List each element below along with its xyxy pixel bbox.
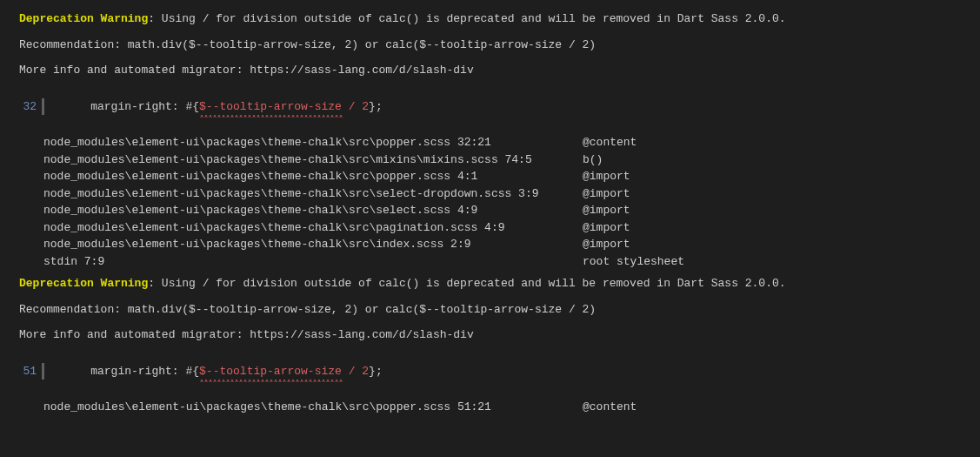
stack-trace: node_modules\element-ui\packages\theme-c… xyxy=(0,399,980,416)
trace-context: @content xyxy=(583,134,637,151)
trace-row: stdin 7:9root stylesheet xyxy=(43,253,980,271)
code-highlight: $--tooltip-arrow-size / 2^^^^^^^^^^^^^^^… xyxy=(199,363,369,380)
trace-path: node_modules\element-ui\packages\theme-c… xyxy=(43,168,583,185)
code-prefix: margin-right: #{ xyxy=(63,100,199,113)
trace-path: stdin 7:9 xyxy=(43,253,583,271)
trace-context: @import xyxy=(583,219,630,237)
trace-context: @import xyxy=(583,202,630,219)
spacer xyxy=(0,125,980,134)
gutter-border xyxy=(42,98,44,116)
trace-row: node_modules\element-ui\packages\theme-c… xyxy=(43,168,980,185)
warning-header: Deprecation Warning: Using / for divisio… xyxy=(0,275,980,292)
trace-context: root stylesheet xyxy=(583,253,684,271)
recommendation-line: Recommendation: math.div($--tooltip-arro… xyxy=(0,37,980,54)
trace-row: node_modules\element-ui\packages\theme-c… xyxy=(43,134,980,151)
trace-path: node_modules\element-ui\packages\theme-c… xyxy=(43,399,583,416)
code-suffix: }; xyxy=(369,100,383,113)
trace-context: @content xyxy=(583,399,637,416)
spacer xyxy=(0,318,980,326)
trace-path: node_modules\element-ui\packages\theme-c… xyxy=(43,185,583,203)
code-prefix: margin-right: #{ xyxy=(63,365,199,378)
code-highlight-text: $--tooltip-arrow-size / 2 xyxy=(199,365,369,378)
gutter-border xyxy=(42,363,44,380)
trace-path: node_modules\element-ui\packages\theme-c… xyxy=(43,134,583,151)
warning-message: : Using / for division outside of calc()… xyxy=(148,12,785,25)
trace-path: node_modules\element-ui\packages\theme-c… xyxy=(43,219,583,237)
trace-row: node_modules\element-ui\packages\theme-c… xyxy=(43,185,980,203)
squiggle-underline: ^^^^^^^^^^^^^^^^^^^^^^^^^^^^^^^^^ xyxy=(199,112,369,118)
code-snippet: 32 margin-right: #{$--tooltip-arrow-size… xyxy=(19,98,980,116)
spacer xyxy=(0,79,980,88)
trace-context: @import xyxy=(583,168,630,185)
line-number: 51 xyxy=(19,363,42,380)
warning-label: Deprecation Warning xyxy=(19,12,148,25)
trace-row: node_modules\element-ui\packages\theme-c… xyxy=(43,236,980,253)
squiggle-underline: ^^^^^^^^^^^^^^^^^^^^^^^^^^^^^^^^^ xyxy=(199,377,369,382)
trace-path: node_modules\element-ui\packages\theme-c… xyxy=(43,202,583,219)
recommendation-line: Recommendation: math.div($--tooltip-arro… xyxy=(0,301,980,319)
trace-row: node_modules\element-ui\packages\theme-c… xyxy=(43,151,980,169)
terminal-output[interactable]: Deprecation Warning: Using / for divisio… xyxy=(0,10,980,416)
warning-label: Deprecation Warning xyxy=(19,277,148,290)
trace-row: node_modules\element-ui\packages\theme-c… xyxy=(43,219,980,237)
code-highlight-text: $--tooltip-arrow-size / 2 xyxy=(199,100,369,113)
spacer xyxy=(0,28,980,37)
trace-row: node_modules\element-ui\packages\theme-c… xyxy=(43,399,980,416)
spacer xyxy=(0,53,980,62)
warning-block: Deprecation Warning: Using / for divisio… xyxy=(0,275,980,416)
trace-path: node_modules\element-ui\packages\theme-c… xyxy=(43,151,583,169)
stack-trace: node_modules\element-ui\packages\theme-c… xyxy=(0,134,980,270)
line-number: 32 xyxy=(19,98,42,116)
trace-path: node_modules\element-ui\packages\theme-c… xyxy=(43,236,583,253)
spacer xyxy=(0,344,980,353)
code-highlight: $--tooltip-arrow-size / 2^^^^^^^^^^^^^^^… xyxy=(199,98,369,116)
more-info-line: More info and automated migrator: https:… xyxy=(0,62,980,79)
trace-row: node_modules\element-ui\packages\theme-c… xyxy=(43,202,980,219)
trace-context: @import xyxy=(583,185,630,203)
warning-message: : Using / for division outside of calc()… xyxy=(148,277,785,290)
trace-context: @import xyxy=(583,236,630,253)
spacer xyxy=(0,390,980,399)
code-line: margin-right: #{$--tooltip-arrow-size / … xyxy=(63,363,383,380)
warning-block: Deprecation Warning: Using / for divisio… xyxy=(0,10,980,270)
trace-context: b() xyxy=(583,151,603,169)
warning-header: Deprecation Warning: Using / for divisio… xyxy=(0,10,980,28)
code-snippet: 51 margin-right: #{$--tooltip-arrow-size… xyxy=(19,363,980,380)
code-suffix: }; xyxy=(369,365,383,378)
code-line: margin-right: #{$--tooltip-arrow-size / … xyxy=(63,98,383,116)
spacer xyxy=(0,292,980,301)
more-info-line: More info and automated migrator: https:… xyxy=(0,326,980,344)
